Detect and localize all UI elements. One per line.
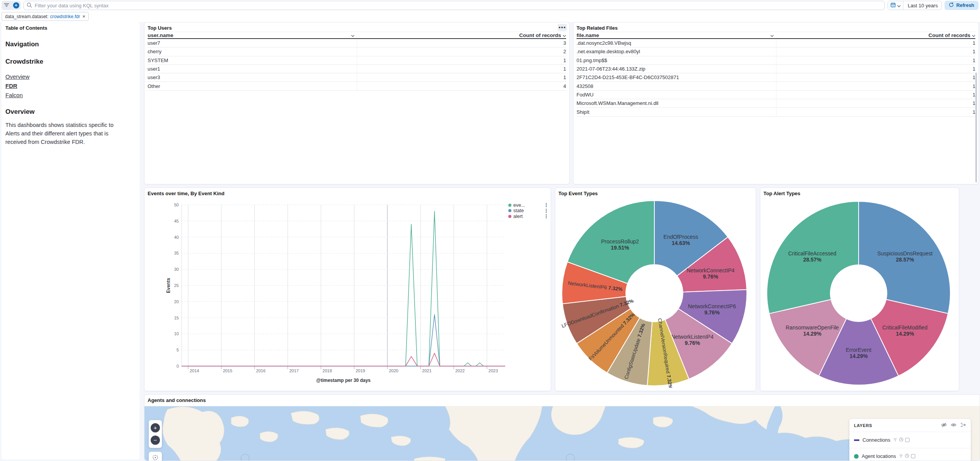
toc-panel-title: Table of Contents <box>5 25 136 31</box>
toc-description: This dashboards shows statistics specifi… <box>5 121 125 146</box>
legend-item-state[interactable]: state <box>508 208 549 214</box>
remove-filter-icon[interactable]: × <box>82 14 86 19</box>
cell-count-of-records[interactable]: 1 <box>776 73 976 81</box>
cell-user.name[interactable]: user7 <box>148 39 357 47</box>
panel-title: Top Users <box>148 25 172 31</box>
panel-menu-button[interactable]: ●●● <box>558 24 567 31</box>
map-canvas[interactable]: + − LAYERS <box>145 406 980 461</box>
sort-chevron-icon[interactable] <box>972 32 975 38</box>
layer-filter-icon[interactable] <box>899 453 903 459</box>
cell-count-of-records[interactable]: 1 <box>776 56 976 64</box>
slice-percent: 9.76% <box>685 340 700 346</box>
filter-pill-field: data_stream.dataset: <box>5 14 49 19</box>
cell-user.name[interactable]: user1 <box>148 65 357 73</box>
events-line-chart[interactable]: 2014201520162017201820192020202120222023… <box>145 188 551 391</box>
cell-count-of-records[interactable]: 1 <box>357 73 566 81</box>
cell-count-of-records[interactable]: 2 <box>357 47 566 56</box>
legend-dot-icon <box>508 209 511 212</box>
layer-clock-icon[interactable] <box>899 437 903 443</box>
cell-user.name[interactable]: Other <box>148 82 357 90</box>
layer-clock-icon[interactable] <box>905 453 909 459</box>
cell-file.name[interactable]: .net.example.desktop.ev80yl <box>577 47 776 56</box>
cell-user.name[interactable]: user3 <box>148 73 357 81</box>
hide-all-layers-icon[interactable] <box>941 422 947 429</box>
cell-file.name[interactable]: 2F71C2D4-D215-453E-BF4C-D6C037502871 <box>577 73 776 81</box>
add-filter-button[interactable]: + <box>11 1 21 10</box>
cell-count-of-records[interactable]: 1 <box>776 108 976 116</box>
series-line-alert[interactable] <box>182 353 505 366</box>
legend-menu-icon[interactable] <box>546 214 547 215</box>
column-header-file-name[interactable]: file.name <box>577 32 599 38</box>
cell-count-of-records[interactable]: 1 <box>776 91 976 99</box>
toc-link-falcon[interactable]: Falcon <box>5 92 136 98</box>
legend-item-eve...[interactable]: eve... <box>508 203 549 208</box>
slice-label: CriticalFileAccessed <box>788 250 836 257</box>
cell-file.name[interactable]: 432508 <box>577 82 776 90</box>
refresh-button[interactable]: Refresh <box>945 1 978 10</box>
cell-file.name[interactable]: 2021-07-06T23:44:46.133Z.zip <box>577 65 776 73</box>
date-quick-select-button[interactable] <box>888 1 904 10</box>
svg-text:5: 5 <box>177 348 179 352</box>
toc-heading-overview: Overview <box>5 108 136 116</box>
zoom-in-button[interactable]: + <box>151 423 160 432</box>
saved-filters-button[interactable] <box>2 1 11 10</box>
cell-count-of-records[interactable]: 1 <box>776 65 976 73</box>
cell-count-of-records[interactable]: 1 <box>357 65 566 73</box>
alert-types-donut-chart[interactable]: SuspiciousDnsRequest28.57%CriticalFileMo… <box>765 199 952 387</box>
event-types-donut-chart[interactable]: EndOfProcess14.63%NetworkConnectIP49.76%… <box>560 199 749 388</box>
layer-row-connections[interactable]: Connections <box>849 432 971 448</box>
series-line-state[interactable] <box>182 314 505 366</box>
svg-text:35: 35 <box>174 251 179 255</box>
table-row: 2F71C2D4-D215-453E-BF4C-D6C0375028711 <box>577 73 975 82</box>
toc-link-overview[interactable]: Overview <box>5 73 136 80</box>
cell-user.name[interactable]: cherry <box>148 47 357 56</box>
column-header-count[interactable]: Count of records <box>519 32 561 38</box>
cell-file.name[interactable]: ShipIt <box>577 108 776 116</box>
time-range-display[interactable]: Last 10 years <box>904 3 941 8</box>
column-header-user-name[interactable]: user.name <box>148 32 173 38</box>
cell-file.name[interactable]: FodWU <box>577 91 776 99</box>
cell-user.name[interactable]: SYSTEM <box>148 56 357 64</box>
set-view-button[interactable] <box>149 452 162 461</box>
cell-count-of-records[interactable]: 1 <box>357 56 566 64</box>
legend-menu-icon[interactable] <box>546 203 547 204</box>
layer-row-agent-locations[interactable]: Agent locations <box>849 448 971 461</box>
layer-filter-icon[interactable] <box>893 437 897 443</box>
legend-menu-icon[interactable] <box>546 209 547 210</box>
sort-chevron-icon[interactable] <box>563 32 566 38</box>
sort-chevron-icon[interactable] <box>770 32 774 38</box>
slice-percent: 14.63% <box>672 240 690 246</box>
cell-count-of-records[interactable]: 1 <box>776 39 976 47</box>
table-row: cherry2 <box>148 47 566 56</box>
cell-file.name[interactable]: .dat.nosync2c98.VBwjsq <box>577 39 776 47</box>
svg-text:45: 45 <box>174 219 179 223</box>
cell-file.name[interactable]: Microsoft.WSMan.Management.ni.dll <box>577 99 776 107</box>
slice-label: RansomwareOpenFile <box>786 324 839 331</box>
layer-label: Connections <box>862 437 890 443</box>
series-line-eve...[interactable] <box>182 211 505 366</box>
cell-file.name[interactable]: 01.png.tmp$$ <box>577 56 776 64</box>
cell-count-of-records[interactable]: 1 <box>776 99 976 107</box>
legend-item-alert[interactable]: alert <box>508 214 549 219</box>
show-all-layers-icon[interactable] <box>951 422 956 429</box>
kql-search-input[interactable] <box>24 1 885 10</box>
slice-percent: 14.29% <box>896 331 914 337</box>
zoom-out-button[interactable]: − <box>151 436 160 445</box>
sort-chevron-icon[interactable] <box>351 32 355 38</box>
cell-count-of-records[interactable]: 4 <box>357 82 566 90</box>
cell-count-of-records[interactable]: 3 <box>357 39 566 47</box>
layers-panel: LAYERS ConnectionsAgent locationsBasemap <box>849 419 971 461</box>
kql-search <box>24 1 885 10</box>
collapse-layers-panel-icon[interactable] <box>960 422 966 429</box>
vertical-scrollbar[interactable] <box>975 73 977 182</box>
column-header-count[interactable]: Count of records <box>928 32 970 38</box>
table-header: file.name Count of records <box>577 32 975 39</box>
layer-checkbox[interactable] <box>911 454 915 458</box>
layer-checkbox[interactable] <box>905 438 909 442</box>
filter-pill[interactable]: data_stream.dataset: crowdstrike.fdr × <box>2 12 89 21</box>
cell-count-of-records[interactable]: 1 <box>776 82 976 90</box>
panel-title: Top Event Types <box>558 191 598 196</box>
events-over-time-panel: Events over time, By Event Kind 20142015… <box>144 187 551 391</box>
cell-count-of-records[interactable]: 1 <box>776 47 976 56</box>
toc-link-fdr[interactable]: FDR <box>5 83 136 89</box>
